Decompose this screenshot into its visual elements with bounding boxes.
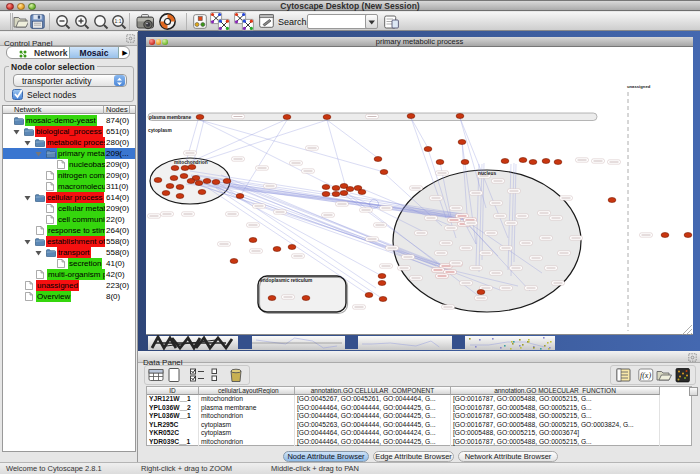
svg-text:cytoplasm: cytoplasm — [148, 128, 172, 133]
svg-text:endoplasmic reticulum: endoplasmic reticulum — [260, 278, 312, 283]
svg-text:nucleus: nucleus — [478, 171, 496, 176]
svg-text:f(x): f(x) — [640, 371, 651, 380]
svg-text:plasma membrane: plasma membrane — [149, 115, 191, 120]
svg-text:mitochondrion: mitochondrion — [174, 160, 208, 165]
svg-text:1:1: 1:1 — [115, 18, 122, 24]
svg-text:unassigned: unassigned — [627, 84, 651, 89]
